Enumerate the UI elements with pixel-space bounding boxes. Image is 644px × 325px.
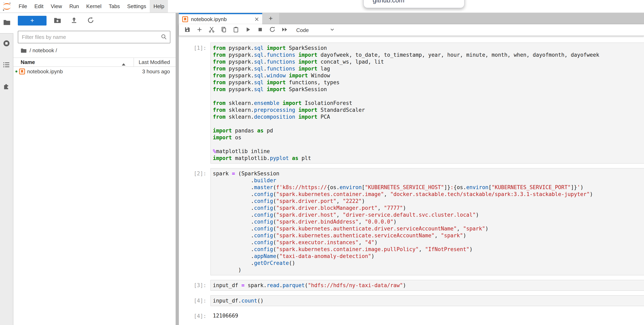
- add-cell-icon: [196, 26, 203, 34]
- filter-files-box: [18, 31, 170, 43]
- cut-icon: [208, 26, 215, 34]
- new-launcher-button[interactable]: +: [18, 16, 46, 26]
- copy-icon: [220, 26, 227, 34]
- column-name[interactable]: Name: [13, 59, 35, 65]
- file-table-header: Name Last Modified: [13, 58, 176, 67]
- sidebar-tab-file-browser[interactable]: [0, 13, 13, 33]
- new-folder-icon: [54, 17, 61, 25]
- extensions-icon: [3, 83, 10, 92]
- left-sidebar: [0, 13, 13, 325]
- refresh-button[interactable]: [85, 16, 96, 26]
- chevron-down-icon: [330, 27, 335, 34]
- cell-prompt: [1]:: [179, 43, 210, 164]
- tab-label: notebook.ipynb: [191, 16, 253, 22]
- output-area: [4]:12106669: [179, 311, 644, 321]
- add-cell-button[interactable]: [194, 25, 206, 35]
- kernel-running-dot: [16, 71, 18, 73]
- dock-panel: notebook.ipynb +: [179, 13, 644, 325]
- file-browser-panel: + / notebook / Name: [13, 13, 176, 325]
- paste-cells-button[interactable]: [230, 25, 242, 35]
- home-folder-icon[interactable]: [21, 47, 27, 54]
- menu-kernel[interactable]: Kernel: [82, 0, 105, 13]
- table-of-contents-icon: [3, 61, 10, 70]
- menu-items: FileEditViewRunKernelTabsSettingsHelp: [15, 0, 168, 13]
- menu-view[interactable]: View: [47, 0, 66, 13]
- code-cell: [3]:input_df = spark.read.parquet("hdfs:…: [179, 280, 644, 291]
- restart-run-all-button[interactable]: [278, 25, 290, 35]
- cell-prompt: [2]:: [179, 168, 210, 275]
- copy-cells-button[interactable]: [218, 25, 230, 35]
- paste-icon: [233, 26, 239, 34]
- notebook-scroll-area[interactable]: [1]:from pyspark.sql import SparkSession…: [179, 36, 644, 325]
- menu-tabs[interactable]: Tabs: [105, 0, 124, 13]
- file-browser-toolbar: +: [13, 13, 176, 26]
- breadcrumb-path: / notebook /: [30, 47, 57, 54]
- stop-icon: [257, 26, 264, 34]
- running-kernels-icon: [3, 40, 10, 49]
- save-button[interactable]: [181, 25, 194, 35]
- menu-settings[interactable]: Settings: [124, 0, 150, 13]
- close-tab-icon[interactable]: [253, 16, 260, 23]
- cut-cells-button[interactable]: [206, 25, 218, 35]
- file-modified: 3 hours ago: [142, 69, 170, 75]
- menubar: FileEditViewRunKernelTabsSettingsHelp: [0, 0, 644, 13]
- tab-bar: notebook.ipynb +: [179, 13, 644, 24]
- menu-file[interactable]: File: [15, 0, 31, 13]
- menu-edit[interactable]: Edit: [31, 0, 47, 13]
- menu-run[interactable]: Run: [66, 0, 83, 13]
- filter-files-input[interactable]: [18, 34, 170, 40]
- column-last-modified[interactable]: Last Modified: [138, 59, 170, 65]
- cell-prompt: [3]:: [179, 280, 210, 291]
- file-row[interactable]: notebook.ipynb3 hours ago: [13, 67, 176, 76]
- tab-notebook[interactable]: notebook.ipynb: [179, 13, 262, 24]
- restart-kernel-icon: [269, 26, 276, 34]
- menu-help[interactable]: Help: [150, 0, 168, 13]
- run-cell-button[interactable]: [242, 25, 254, 35]
- cell-prompt: [4]:: [179, 295, 210, 306]
- popup-domain-text[interactable]: github.com: [373, 0, 404, 4]
- cell-editor[interactable]: from pyspark.sql import SparkSessionfrom…: [210, 43, 644, 164]
- code-cell: [2]:spark = (SparkSession .builder .mast…: [179, 168, 644, 275]
- cell-editor[interactable]: input_df = spark.read.parquet("hdfs://hd…: [210, 280, 644, 291]
- code-cell: [4]:input_df.count(): [179, 295, 644, 306]
- sidebar-tab-extensions[interactable]: [3, 83, 10, 91]
- notebook-file-icon: [19, 69, 25, 75]
- upload-icon: [70, 17, 78, 25]
- cell-type-label: Code: [296, 27, 309, 33]
- breadcrumb[interactable]: / notebook /: [21, 47, 176, 54]
- output-prompt: [4]:: [179, 311, 210, 321]
- sidebar-tab-strip: [0, 33, 13, 325]
- new-folder-button[interactable]: [52, 16, 63, 26]
- save-icon: [184, 26, 190, 34]
- browser-popup[interactable]: github.com: [364, 0, 464, 8]
- jupyter-logo-icon: [2, 2, 12, 11]
- run-icon: [245, 26, 251, 34]
- sidebar-tab-running-kernels[interactable]: [3, 41, 10, 48]
- file-listing: notebook.ipynb3 hours ago: [13, 67, 176, 76]
- file-name: notebook.ipynb: [27, 69, 63, 75]
- upload-button[interactable]: [68, 16, 80, 26]
- search-icon: [161, 34, 167, 42]
- column-divider: [134, 58, 134, 66]
- fast-forward-icon: [281, 26, 288, 34]
- sidebar-tab-table-of-contents[interactable]: [3, 62, 10, 69]
- restart-kernel-button[interactable]: [266, 25, 278, 35]
- panel-splitter[interactable]: [176, 13, 179, 325]
- refresh-icon: [87, 17, 94, 25]
- notebook-file-icon: [182, 16, 188, 22]
- new-tab-button[interactable]: +: [262, 13, 279, 24]
- output-content: 12106669: [210, 311, 644, 321]
- cell-type-dropdown[interactable]: Code: [296, 27, 335, 34]
- notebook-toolbar: Code: [179, 24, 644, 36]
- notebook-cells: [1]:from pyspark.sql import SparkSession…: [179, 43, 644, 321]
- interrupt-kernel-button[interactable]: [254, 25, 266, 35]
- cell-editor[interactable]: input_df.count(): [210, 295, 644, 306]
- code-cell: [1]:from pyspark.sql import SparkSession…: [179, 43, 644, 164]
- folder-icon: [3, 19, 10, 28]
- cell-editor[interactable]: spark = (SparkSession .builder .master(f…: [210, 168, 644, 275]
- sort-ascending-icon[interactable]: [122, 61, 126, 67]
